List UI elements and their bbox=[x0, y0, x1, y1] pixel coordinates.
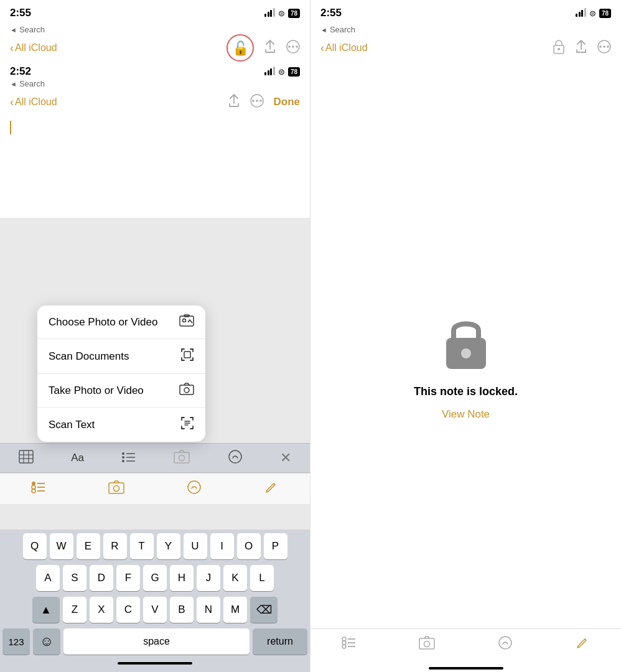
svg-rect-14 bbox=[19, 450, 33, 463]
camera-toolbar-button[interactable] bbox=[169, 447, 195, 469]
choose-photo-icon bbox=[179, 314, 194, 330]
left-back-button[interactable]: ‹ All iCloud bbox=[10, 42, 57, 55]
inner-signal-icon bbox=[264, 68, 275, 75]
key-E[interactable]: E bbox=[77, 533, 100, 559]
return-key[interactable]: return bbox=[253, 628, 307, 655]
menu-scan-documents[interactable]: Scan Documents bbox=[37, 339, 205, 374]
right-tab-camera[interactable] bbox=[419, 636, 435, 653]
more-button[interactable] bbox=[286, 40, 300, 57]
key-N[interactable]: N bbox=[197, 597, 220, 623]
choose-photo-label: Choose Photo or Video bbox=[49, 316, 157, 329]
left-nav-icons: 🔓 bbox=[226, 34, 300, 62]
key-C[interactable]: C bbox=[116, 597, 140, 623]
svg-point-30 bbox=[32, 485, 35, 489]
left-status-bar: 2:55 ⊜ 78 bbox=[0, 0, 310, 24]
list-button[interactable] bbox=[116, 448, 141, 469]
space-key[interactable]: space bbox=[63, 628, 250, 655]
right-tab-notes-list[interactable] bbox=[342, 636, 357, 653]
inner-share-button[interactable] bbox=[228, 94, 240, 111]
key-X[interactable]: X bbox=[90, 597, 113, 623]
left-search-back-top[interactable]: ◄ Search bbox=[0, 24, 310, 34]
inner-more-button[interactable] bbox=[250, 94, 264, 111]
svg-point-38 bbox=[558, 48, 560, 50]
inner-search-label: Search bbox=[19, 79, 45, 88]
svg-rect-34 bbox=[109, 483, 124, 493]
shift-key[interactable]: ▲ bbox=[32, 597, 60, 623]
key-A[interactable]: A bbox=[36, 565, 60, 591]
svg-point-44 bbox=[461, 348, 471, 358]
emoji-key[interactable]: ☺ bbox=[33, 628, 60, 655]
number-key[interactable]: 123 bbox=[2, 628, 30, 655]
key-G[interactable]: G bbox=[143, 565, 167, 591]
tab-compose[interactable] bbox=[264, 480, 279, 498]
inner-back-button[interactable]: ‹ All iCloud bbox=[10, 96, 57, 109]
lock-button[interactable] bbox=[553, 39, 565, 57]
left-time: 2:55 bbox=[10, 7, 31, 19]
key-Y[interactable]: Y bbox=[157, 533, 180, 559]
right-back-button[interactable]: ‹ All iCloud bbox=[320, 42, 368, 55]
tab-camera[interactable] bbox=[108, 480, 124, 497]
right-panel: 2:55 ⊜ 78 ◄ Search ‹ All iCloud bbox=[310, 0, 621, 672]
svg-point-4 bbox=[252, 100, 254, 102]
right-home-indicator bbox=[310, 667, 621, 670]
right-status-icons: ⊜ 78 bbox=[576, 9, 611, 18]
right-tab-draw[interactable] bbox=[498, 635, 513, 653]
take-photo-label: Take Photo or Video bbox=[49, 385, 144, 397]
inner-search-back[interactable]: ◄ Search bbox=[0, 78, 310, 88]
svg-point-39 bbox=[599, 45, 602, 48]
view-note-button[interactable]: View Note bbox=[442, 408, 490, 421]
share-button[interactable] bbox=[264, 40, 276, 57]
key-Z[interactable]: Z bbox=[63, 597, 86, 623]
svg-point-5 bbox=[256, 100, 258, 102]
key-H[interactable]: H bbox=[170, 565, 194, 591]
key-W[interactable]: W bbox=[50, 533, 73, 559]
key-J[interactable]: J bbox=[197, 565, 220, 591]
right-search-label: Search bbox=[330, 25, 355, 34]
key-D[interactable]: D bbox=[90, 565, 113, 591]
key-M[interactable]: M bbox=[223, 597, 247, 623]
svg-point-53 bbox=[499, 637, 511, 649]
scan-documents-label: Scan Documents bbox=[49, 350, 129, 363]
svg-point-2 bbox=[296, 45, 298, 48]
inner-nav-bar: ‹ All iCloud Done bbox=[0, 88, 310, 116]
key-I[interactable]: I bbox=[210, 533, 234, 559]
right-status-bar: 2:55 ⊜ 78 bbox=[310, 0, 621, 24]
lock-open-icon: 🔓 bbox=[232, 40, 249, 57]
key-O[interactable]: O bbox=[237, 533, 261, 559]
delete-key[interactable]: ⌫ bbox=[250, 597, 278, 623]
svg-point-6 bbox=[259, 100, 262, 102]
close-toolbar-button[interactable]: ✕ bbox=[275, 447, 296, 469]
key-P[interactable]: P bbox=[264, 533, 287, 559]
format-text-button[interactable]: Aa bbox=[66, 449, 89, 467]
draw-button[interactable] bbox=[223, 447, 248, 470]
table-button[interactable] bbox=[14, 447, 39, 469]
key-K[interactable]: K bbox=[223, 565, 247, 591]
formatting-toolbar: Aa ✕ bbox=[0, 443, 310, 473]
key-R[interactable]: R bbox=[103, 533, 127, 559]
svg-point-49 bbox=[342, 645, 346, 648]
tab-notes-list[interactable] bbox=[31, 480, 46, 497]
right-more-button[interactable] bbox=[597, 40, 611, 57]
key-F[interactable]: F bbox=[116, 565, 140, 591]
key-B[interactable]: B bbox=[170, 597, 194, 623]
key-U[interactable]: U bbox=[184, 533, 207, 559]
signal-icon bbox=[264, 9, 275, 17]
tab-draw[interactable] bbox=[187, 480, 202, 498]
key-L[interactable]: L bbox=[250, 565, 274, 591]
menu-scan-text[interactable]: Scan Text bbox=[37, 408, 205, 442]
right-search-back[interactable]: ◄ Search bbox=[310, 24, 621, 34]
key-V[interactable]: V bbox=[143, 597, 167, 623]
svg-rect-25 bbox=[174, 452, 189, 463]
key-T[interactable]: T bbox=[130, 533, 154, 559]
menu-take-photo[interactable]: Take Photo or Video bbox=[37, 374, 205, 408]
right-tab-compose[interactable] bbox=[575, 635, 590, 653]
unlock-button[interactable]: 🔓 bbox=[226, 34, 254, 62]
menu-choose-photo[interactable]: Choose Photo or Video bbox=[37, 306, 205, 339]
done-button[interactable]: Done bbox=[274, 96, 301, 108]
key-Q[interactable]: Q bbox=[23, 533, 47, 559]
left-panel: 2:55 ⊜ 78 ◄ Search ‹ All iCloud 🔓 bbox=[0, 0, 310, 672]
inner-status-bar: 2:52 ⊜ 78 bbox=[0, 62, 310, 78]
right-share-button[interactable] bbox=[575, 40, 587, 57]
inner-status-icons: ⊜ 78 bbox=[264, 67, 300, 77]
key-S[interactable]: S bbox=[63, 565, 86, 591]
